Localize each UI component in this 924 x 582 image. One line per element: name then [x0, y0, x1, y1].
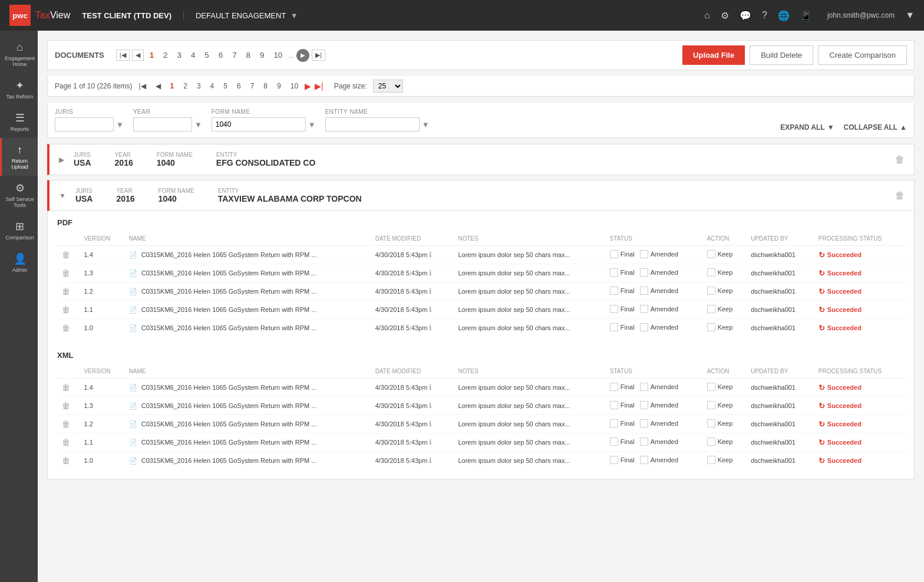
- pag-page-10[interactable]: 10: [288, 81, 301, 91]
- row-delete-icon[interactable]: 🗑: [62, 401, 70, 410]
- date-info-icon[interactable]: ℹ: [429, 438, 432, 446]
- final-checkbox[interactable]: [610, 401, 618, 409]
- final-checkbox[interactable]: [610, 268, 618, 277]
- pag-prev-btn[interactable]: ◀: [153, 81, 164, 91]
- help-icon[interactable]: ?: [762, 10, 767, 21]
- engagement-name[interactable]: DEFAULT ENGAGEMENT ▼: [196, 11, 298, 20]
- amended-checkbox[interactable]: [640, 401, 648, 409]
- group2-delete-icon[interactable]: 🗑: [895, 190, 905, 201]
- juris-filter-icon[interactable]: ▼: [116, 120, 124, 129]
- amended-checkbox[interactable]: [640, 268, 648, 277]
- pag-page-5[interactable]: 5: [220, 81, 230, 91]
- doc-row-header-2[interactable]: ▼ JURIS USA YEAR 2016 FORM NAME 1040 ENT…: [47, 180, 915, 211]
- entity-name-filter-icon[interactable]: ▼: [422, 120, 430, 129]
- row-delete-icon[interactable]: 🗑: [62, 268, 70, 278]
- build-delete-button[interactable]: Build Delete: [750, 45, 813, 65]
- row-delete-icon[interactable]: 🗑: [62, 438, 70, 447]
- amended-checkbox[interactable]: [640, 305, 648, 313]
- form-name-input[interactable]: [212, 117, 306, 131]
- final-checkbox[interactable]: [610, 305, 618, 313]
- page-btn-9[interactable]: 9: [256, 50, 268, 61]
- user-email[interactable]: john.smith@pwc.com: [827, 11, 895, 19]
- year-input[interactable]: [133, 117, 192, 131]
- collapse-all-button[interactable]: COLLAPSE ALL ▲: [844, 123, 907, 131]
- page-size-select[interactable]: 25 50 100: [373, 80, 403, 93]
- amended-checkbox[interactable]: [640, 323, 648, 331]
- sidebar-item-engagement-home[interactable]: ⌂ EngagementHome: [0, 35, 38, 73]
- keep-checkbox[interactable]: [707, 305, 715, 313]
- sidebar-item-comparison[interactable]: ⊞ Comparison: [0, 214, 38, 246]
- row-delete-icon[interactable]: 🗑: [62, 323, 70, 333]
- row-delete-icon[interactable]: 🗑: [62, 287, 70, 296]
- doc-row-header-1[interactable]: ▶ JURIS USA YEAR 2016 FORM NAME 1040 ENT…: [47, 144, 915, 175]
- date-info-icon[interactable]: ℹ: [429, 324, 432, 332]
- pag-page-3[interactable]: 3: [194, 81, 204, 91]
- sidebar-item-self-service[interactable]: ⚙ Self ServiceTools: [0, 176, 38, 214]
- row-delete-icon[interactable]: 🗑: [62, 305, 70, 314]
- pag-page-4[interactable]: 4: [207, 81, 217, 91]
- page-btn-1[interactable]: 1: [146, 50, 157, 61]
- settings-icon[interactable]: ⚙: [721, 10, 729, 21]
- pag-last-icon[interactable]: ▶|: [315, 81, 324, 91]
- date-info-icon[interactable]: ℹ: [429, 456, 432, 465]
- keep-checkbox[interactable]: [707, 383, 715, 391]
- page-btn-3[interactable]: 3: [173, 50, 184, 61]
- amended-checkbox[interactable]: [640, 287, 648, 295]
- group1-delete-icon[interactable]: 🗑: [895, 154, 905, 165]
- date-info-icon[interactable]: ℹ: [429, 269, 432, 277]
- row-delete-icon[interactable]: 🗑: [62, 419, 70, 429]
- pag-page-9[interactable]: 9: [274, 81, 284, 91]
- keep-checkbox[interactable]: [707, 323, 715, 331]
- date-info-icon[interactable]: ℹ: [429, 251, 432, 259]
- page-btn-4[interactable]: 4: [187, 50, 199, 61]
- sidebar-item-tax-reform[interactable]: ✦ Tax Reform: [0, 73, 38, 106]
- entity-name-input[interactable]: [325, 117, 420, 131]
- pag-page-7[interactable]: 7: [248, 81, 258, 91]
- upload-file-button[interactable]: Upload File: [682, 45, 745, 65]
- keep-checkbox[interactable]: [707, 438, 715, 446]
- page-btn-8[interactable]: 8: [243, 50, 254, 61]
- amended-checkbox[interactable]: [640, 383, 648, 391]
- home-icon[interactable]: ⌂: [704, 10, 710, 21]
- final-checkbox[interactable]: [610, 323, 618, 331]
- last-page-btn[interactable]: ▶|: [312, 50, 325, 61]
- sidebar-item-reports[interactable]: ☰ Reports: [0, 106, 38, 138]
- pag-page-2[interactable]: 2: [180, 81, 190, 91]
- date-info-icon[interactable]: ℹ: [429, 287, 432, 295]
- final-checkbox[interactable]: [610, 383, 618, 391]
- pag-page-6[interactable]: 6: [234, 81, 244, 91]
- pag-page-8[interactable]: 8: [260, 81, 270, 91]
- play-next-btn[interactable]: ▶: [296, 49, 309, 62]
- keep-checkbox[interactable]: [707, 456, 715, 464]
- keep-checkbox[interactable]: [707, 268, 715, 277]
- pag-first-btn[interactable]: |◀: [136, 81, 148, 91]
- pag-page-1[interactable]: 1: [167, 81, 177, 91]
- chat-icon[interactable]: 💬: [740, 10, 751, 21]
- keep-checkbox[interactable]: [707, 287, 715, 295]
- final-checkbox[interactable]: [610, 419, 618, 428]
- prev-page-btn[interactable]: ◀: [132, 50, 144, 61]
- final-checkbox[interactable]: [610, 250, 618, 258]
- page-btn-2[interactable]: 2: [160, 50, 171, 61]
- final-checkbox[interactable]: [610, 438, 618, 446]
- create-comparison-button[interactable]: Create Comparison: [818, 45, 907, 65]
- page-btn-10[interactable]: 10: [270, 50, 286, 61]
- year-filter-icon[interactable]: ▼: [194, 120, 202, 129]
- form-name-filter-icon[interactable]: ▼: [308, 120, 316, 129]
- sidebar-item-admin[interactable]: 👤 Admin: [0, 246, 38, 279]
- page-btn-6[interactable]: 6: [215, 50, 226, 61]
- date-info-icon[interactable]: ℹ: [429, 420, 432, 428]
- date-info-icon[interactable]: ℹ: [429, 305, 432, 314]
- keep-checkbox[interactable]: [707, 419, 715, 428]
- globe-icon[interactable]: 🌐: [778, 10, 790, 21]
- amended-checkbox[interactable]: [640, 250, 648, 258]
- juris-input[interactable]: [55, 117, 114, 131]
- row-delete-icon[interactable]: 🗑: [62, 250, 70, 259]
- row-delete-icon[interactable]: 🗑: [62, 383, 70, 392]
- page-btn-5[interactable]: 5: [201, 50, 212, 61]
- keep-checkbox[interactable]: [707, 250, 715, 258]
- phone-icon[interactable]: 📱: [800, 10, 812, 21]
- pag-next-icon[interactable]: ▶: [305, 81, 311, 91]
- amended-checkbox[interactable]: [640, 438, 648, 446]
- sidebar-item-return-upload[interactable]: ↑ Return Upload: [0, 138, 38, 176]
